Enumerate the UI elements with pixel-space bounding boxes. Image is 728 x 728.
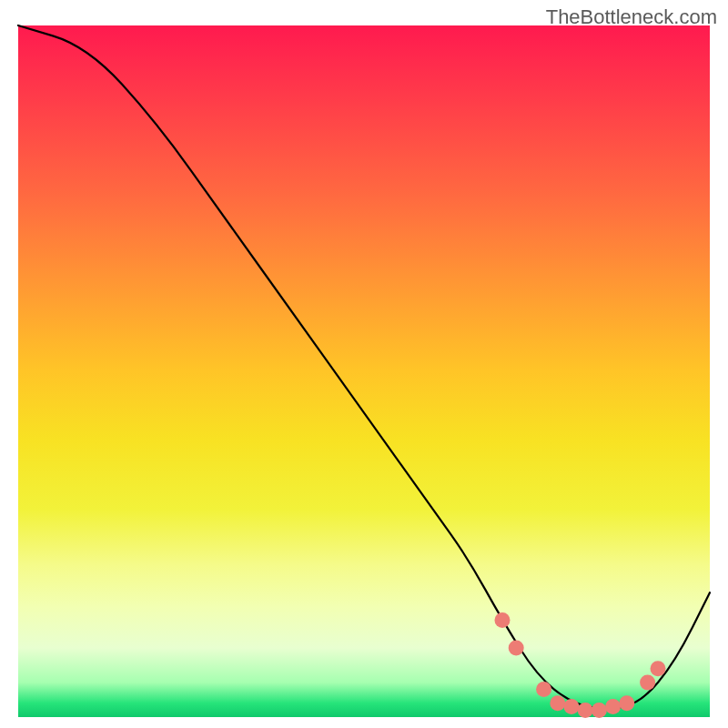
chart-svg — [18, 25, 710, 717]
curve-marker — [640, 675, 655, 691]
curve-marker — [578, 703, 593, 718]
bottleneck-curve — [18, 25, 710, 709]
chart-container: TheBottleneck.com — [0, 0, 728, 728]
curve-marker — [564, 699, 580, 714]
curve-marker — [536, 682, 551, 697]
curve-marker — [592, 703, 607, 718]
curve-marker — [509, 641, 524, 656]
curve-marker — [605, 699, 621, 714]
curve-markers — [495, 612, 666, 718]
curve-marker — [495, 612, 511, 628]
plot-area — [18, 25, 710, 717]
curve-marker — [651, 661, 666, 676]
curve-marker — [550, 695, 565, 711]
watermark-text: TheBottleneck.com — [546, 5, 717, 29]
curve-marker — [619, 695, 634, 711]
